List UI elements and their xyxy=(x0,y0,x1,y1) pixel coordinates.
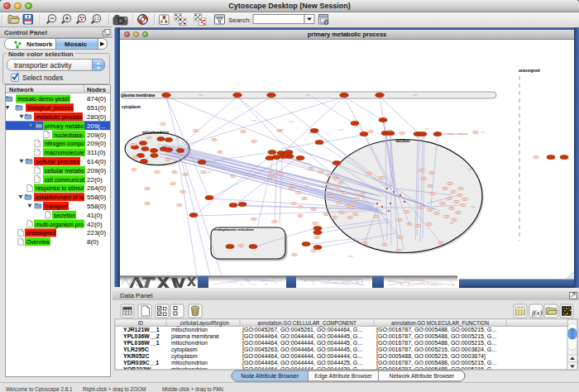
svg-text:mitochondrion: mitochondrion xyxy=(171,327,208,332)
svg-text:[GO:0044464, GO:0044444, GO:00: [GO:0044464, GO:0044444, GO:0044444, G..… xyxy=(242,353,362,360)
svg-text:YJR121W__1: YJR121W__1 xyxy=(123,327,160,332)
svg-text:nucleobase-: nucleobase- xyxy=(54,131,84,139)
svg-text:endoplasmic reticulum: endoplasmic reticulum xyxy=(214,227,254,232)
svg-text:874(0): 874(0) xyxy=(87,95,106,103)
svg-text:311(0): 311(0) xyxy=(87,149,106,156)
svg-text:614(0): 614(0) xyxy=(87,158,106,165)
svg-text:[GO:0044464, GO:0044444, GO:00: [GO:0044464, GO:0044444, GO:0044445, G..… xyxy=(242,340,362,347)
svg-text:Network Attribute Browser: Network Attribute Browser xyxy=(390,373,455,379)
svg-text:plasma membrane: plasma membrane xyxy=(122,93,156,98)
svg-text:macromolecule: macromolecule xyxy=(45,149,84,156)
svg-text:Search:: Search: xyxy=(228,17,251,24)
svg-text:[GO:0045263, GO:0044464, GO:00: [GO:0045263, GO:0044464, GO:0044445, G..… xyxy=(242,347,362,353)
svg-text:YKR052C: YKR052C xyxy=(123,353,150,359)
svg-text:[GO:0016787, GO:0005488, GO:00: [GO:0016787, GO:0005488, GO:0005215, G..… xyxy=(376,327,496,333)
svg-text:209(...: 209(... xyxy=(87,122,106,130)
svg-text:558(0): 558(0) xyxy=(87,203,106,210)
svg-text:unassigned: unassigned xyxy=(519,69,540,73)
svg-text:YDR039C__1: YDR039C__1 xyxy=(123,360,159,366)
svg-text:annotation.GO CELLULAR_COMPONE: annotation.GO CELLULAR_COMPONENT xyxy=(257,320,356,327)
svg-text:establishment of lo: establishment of lo xyxy=(36,194,84,201)
svg-text:ID: ID xyxy=(138,320,144,326)
svg-text:mitochondrion: mitochondrion xyxy=(171,366,208,372)
svg-text:mitochondrion: mitochondrion xyxy=(171,360,208,366)
svg-text:annotation.GO MOLECULAR_FUNCTI: annotation.GO MOLECULAR_FUNCTION xyxy=(391,320,489,327)
svg-text:22(0): 22(0) xyxy=(87,176,103,184)
svg-text:[GO:0044464, GO:0044444, GO:00: [GO:0044464, GO:0044444, GO:0044445, G..… xyxy=(242,333,362,340)
svg-text:558(0): 558(0) xyxy=(87,194,106,201)
svg-text:multi-organism pro: multi-organism pro xyxy=(36,221,84,228)
svg-text:42(0): 42(0) xyxy=(87,221,103,228)
svg-text:YPL036W__2: YPL036W__2 xyxy=(123,333,160,339)
svg-text:_cellularLayoutRegion: _cellularLayoutRegion xyxy=(176,320,229,327)
svg-text:unassigned: unassigned xyxy=(26,229,55,237)
svg-text:YPL036W__1: YPL036W__1 xyxy=(123,340,160,346)
svg-text:1:1: 1:1 xyxy=(94,17,100,21)
svg-text:[GO:0016787, GO:0005488, GO:00: [GO:0016787, GO:0005488, GO:0005215, G..… xyxy=(376,340,496,347)
svg-text:[GO:0044464, GO:0044444, GO:00: [GO:0044464, GO:0044444, GO:0044425, G..… xyxy=(242,360,362,366)
svg-text:cytoplasm: cytoplasm xyxy=(171,353,198,360)
svg-text:response to stimul: response to stimul xyxy=(36,184,84,192)
svg-text:cytoplasm: cytoplasm xyxy=(122,105,141,109)
svg-text:223(0): 223(0) xyxy=(87,229,106,237)
svg-text:plasma membrane: plasma membrane xyxy=(171,333,219,340)
svg-text:secretion: secretion xyxy=(54,212,75,219)
svg-text:cellular metabo: cellular metabo xyxy=(45,167,84,174)
svg-text:8(0): 8(0) xyxy=(87,238,99,246)
svg-text:transport: transport xyxy=(45,203,69,210)
svg-text:209(0): 209(0) xyxy=(87,131,106,139)
svg-text:41(0): 41(0) xyxy=(87,212,103,219)
svg-text:mosaic-demo-yeast: mosaic-demo-yeast xyxy=(17,95,70,103)
svg-text:biological_process: biological_process xyxy=(27,104,73,112)
svg-text:cell communicat: cell communicat xyxy=(45,176,85,184)
svg-text:651(0): 651(0) xyxy=(87,104,106,112)
svg-text:f(x): f(x) xyxy=(532,308,543,317)
svg-text:[GO:0016787, GO:0005488, GO:00: [GO:0016787, GO:0005488, GO:0005215, G..… xyxy=(376,333,496,340)
svg-text:209(0): 209(0) xyxy=(87,167,106,174)
svg-text:nucleus: nucleus xyxy=(395,139,410,143)
svg-text:[GO:0005488, GO:0005215, GO:00: [GO:0005488, GO:0005215, GO:0003674] xyxy=(376,353,486,360)
svg-text:Edge Attribute Browser: Edge Attribute Browser xyxy=(314,373,372,380)
svg-text:YOR222W: YOR222W xyxy=(123,366,151,372)
svg-text:[GO:0016787, GO:0005215, GO:00: [GO:0016787, GO:0005215, GO:0003824, G..… xyxy=(376,347,496,353)
svg-text:[GO:0016787, GO:0005488, GO:00: [GO:0016787, GO:0005488, GO:0005215, G..… xyxy=(376,360,496,366)
svg-text:cytoplasm: cytoplasm xyxy=(171,347,198,353)
svg-text:209(0): 209(0) xyxy=(87,140,106,147)
svg-text:nitrogen compo: nitrogen compo xyxy=(45,140,84,147)
svg-text:264(0): 264(0) xyxy=(87,184,106,192)
svg-text:[GO:0045267, GO:0045261, GO:00: [GO:0045267, GO:0045261, GO:0044464, G..… xyxy=(242,327,362,333)
svg-text:Overview: Overview xyxy=(26,238,50,246)
svg-text:metabolic process: metabolic process xyxy=(36,113,82,121)
svg-text:mitochondrion: mitochondrion xyxy=(142,131,169,135)
svg-text:mitochondrion: mitochondrion xyxy=(171,340,208,346)
svg-text:280(0): 280(0) xyxy=(87,113,106,121)
svg-text:cellular process: cellular process xyxy=(36,158,79,165)
svg-text:primary metabo: primary metabo xyxy=(45,122,84,130)
svg-text:YLR295C: YLR295C xyxy=(123,347,149,352)
svg-text:Node Attribute Browser: Node Attribute Browser xyxy=(241,373,299,379)
